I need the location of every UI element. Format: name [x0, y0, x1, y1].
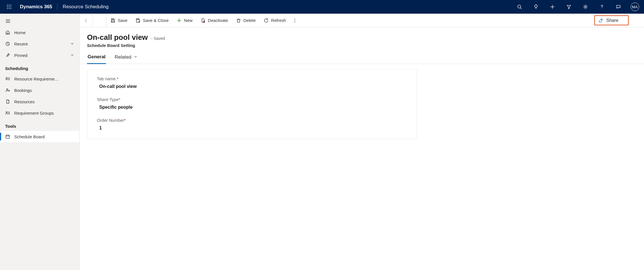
- field-share-type[interactable]: Share Type* Specific people: [97, 97, 407, 110]
- nav-requirement-groups[interactable]: Requirement Groups: [0, 107, 79, 119]
- area-name[interactable]: Resource Scheduling: [63, 4, 109, 10]
- people-list-icon: [5, 110, 10, 116]
- nav-resources[interactable]: Resources: [0, 96, 79, 107]
- nav-label: Requirement Groups: [14, 111, 74, 116]
- nav-label: Resource Requireme…: [14, 77, 74, 81]
- svg-rect-38: [137, 18, 139, 20]
- field-value[interactable]: 1: [97, 125, 407, 131]
- new-label: New: [184, 18, 192, 23]
- entity-name: Schedule Board Setting: [87, 43, 637, 48]
- svg-point-15: [602, 8, 602, 8]
- field-label: Tab name.*: [97, 76, 407, 81]
- svg-point-44: [295, 18, 295, 19]
- nav-label: Schedule Board: [14, 134, 74, 139]
- calendar-icon: [5, 134, 10, 139]
- tab-label: Related: [115, 54, 131, 60]
- svg-point-20: [6, 77, 7, 79]
- question-icon[interactable]: [596, 0, 608, 14]
- back-button[interactable]: [80, 14, 93, 27]
- field-label: Share Type*: [97, 97, 407, 102]
- tab-label: General: [88, 54, 105, 60]
- more-commands-button[interactable]: [290, 14, 300, 27]
- home-icon: [5, 30, 10, 35]
- svg-rect-36: [112, 18, 113, 20]
- search-icon[interactable]: [514, 0, 525, 14]
- chevron-down-icon: [70, 53, 74, 58]
- svg-point-0: [7, 5, 8, 6]
- clock-icon: [5, 41, 10, 46]
- titlebar: Dynamics 365 Resource Scheduling MA: [0, 0, 644, 14]
- svg-point-1: [9, 5, 10, 6]
- app-launcher-icon[interactable]: [3, 0, 15, 14]
- chat-icon[interactable]: [613, 0, 624, 14]
- file-icon: [5, 99, 10, 104]
- delete-button[interactable]: Delete: [232, 14, 260, 27]
- nav-label: Resources: [14, 99, 74, 104]
- nav-section-tools: Tools: [0, 119, 79, 131]
- nav-section-scheduling: Scheduling: [0, 61, 79, 73]
- svg-point-24: [7, 89, 8, 90]
- save-close-button[interactable]: Save & Close: [131, 14, 173, 27]
- refresh-label: Refresh: [271, 18, 286, 23]
- form-card: Tab name.* On-call pool view Share Type*…: [87, 69, 417, 139]
- svg-point-45: [295, 20, 295, 20]
- nav-schedule-board[interactable]: Schedule Board: [0, 131, 79, 142]
- refresh-button[interactable]: Refresh: [260, 14, 290, 27]
- svg-rect-37: [112, 20, 114, 22]
- svg-point-8: [11, 8, 11, 9]
- person-plus-icon: [5, 88, 10, 93]
- share-label: Share: [606, 18, 618, 23]
- svg-point-5: [11, 7, 11, 7]
- titlebar-divider: [57, 3, 57, 10]
- nav-pinned[interactable]: Pinned: [0, 50, 79, 61]
- new-button[interactable]: New: [173, 14, 196, 27]
- lightbulb-icon[interactable]: [530, 0, 542, 14]
- tab-general[interactable]: General: [87, 51, 106, 64]
- share-button[interactable]: Share: [594, 15, 629, 25]
- chevron-down-icon: [134, 54, 138, 60]
- deactivate-label: Deactivate: [208, 18, 228, 23]
- hamburger-icon[interactable]: [0, 15, 79, 27]
- field-value[interactable]: On-call pool view: [97, 84, 407, 89]
- account-avatar[interactable]: MA: [629, 0, 641, 14]
- save-button[interactable]: Save: [106, 14, 131, 27]
- svg-point-4: [9, 7, 10, 7]
- brand-name[interactable]: Dynamics 365: [20, 4, 52, 10]
- plus-icon[interactable]: [547, 0, 558, 14]
- svg-point-27: [6, 112, 7, 113]
- nav-label: Pinned: [14, 53, 66, 58]
- svg-point-14: [585, 6, 586, 7]
- workspace: Save Save & Close New Deactivate Delete …: [80, 14, 644, 270]
- svg-point-3: [7, 7, 8, 7]
- tab-related[interactable]: Related: [114, 51, 138, 64]
- command-bar: Save Save & Close New Deactivate Delete …: [80, 14, 644, 27]
- svg-point-7: [9, 8, 10, 9]
- form-area[interactable]: Tab name.* On-call pool view Share Type*…: [80, 64, 644, 270]
- deactivate-button[interactable]: Deactivate: [196, 14, 232, 27]
- form-tabs: General Related: [80, 51, 644, 64]
- required-mark: *: [119, 97, 120, 102]
- svg-rect-31: [6, 135, 10, 139]
- page-save-status: - Saved: [151, 36, 165, 41]
- people-list-icon: [5, 76, 10, 81]
- page-title: On-call pool view: [87, 33, 148, 42]
- nav-resource-requirements[interactable]: Resource Requireme…: [0, 73, 79, 84]
- nav-bookings[interactable]: Bookings: [0, 84, 79, 96]
- svg-point-46: [295, 22, 295, 22]
- nav-home[interactable]: Home: [0, 27, 79, 38]
- field-value[interactable]: Specific people: [97, 105, 407, 110]
- nav-label: Home: [14, 30, 74, 35]
- nav-recent[interactable]: Recent: [0, 38, 79, 50]
- assistant-chat-button[interactable]: [631, 14, 644, 27]
- svg-point-2: [11, 5, 11, 6]
- field-label: Order Number*: [97, 118, 407, 123]
- svg-point-9: [518, 5, 521, 8]
- gear-icon[interactable]: [580, 0, 591, 14]
- funnel-icon[interactable]: [563, 0, 575, 14]
- page-header: On-call pool view - Saved Schedule Board…: [80, 27, 644, 51]
- popout-button[interactable]: [93, 14, 106, 27]
- chevron-down-icon: [70, 42, 74, 46]
- field-tab-name[interactable]: Tab name.* On-call pool view: [97, 76, 407, 89]
- nav-label: Bookings: [14, 88, 74, 93]
- field-order-number[interactable]: Order Number* 1: [97, 118, 407, 131]
